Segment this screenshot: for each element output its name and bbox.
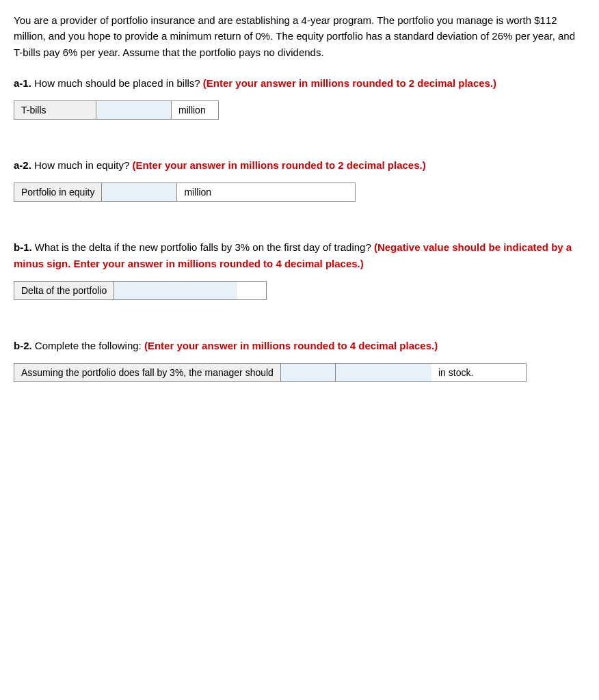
question-a2-highlight: (Enter your answer in millions rounded t… [132,159,425,171]
question-a1-bold: a-1. [14,77,31,89]
question-b2-text: Complete the following: [32,340,142,351]
a2-input[interactable] [102,183,177,201]
question-b1: b-1. What is the delta if the new portfo… [14,239,585,300]
b2-label-text: Assuming the portfolio does fall by 3%, … [21,367,274,378]
a1-label-cell: T-bills [14,101,96,119]
question-b2-bold: b-2. [14,340,32,351]
a2-label-cell: Portfolio in equity [14,183,102,201]
question-b1-text: What is the delta if the new portfolio f… [32,241,371,253]
question-a2-label: a-2. How much in equity? (Enter your ans… [14,157,585,173]
b1-label-cell: Delta of the portfolio [14,282,114,299]
b2-suffix: in stock. [431,364,480,381]
b1-label-text: Delta of the portfolio [21,285,107,296]
a1-suffix-text: million [178,105,206,116]
question-b2-highlight: (Enter your answer in millions rounded t… [144,340,438,351]
intro-paragraph: You are a provider of portfolio insuranc… [14,12,585,60]
b1-input-row: Delta of the portfolio [14,281,267,300]
question-b2: b-2. Complete the following: (Enter your… [14,338,585,382]
question-a2-bold: a-2. [14,159,31,171]
question-a1-text: How much should be placed in bills? [31,77,200,89]
a2-suffix-text: million [184,187,211,198]
question-a1-highlight: (Enter your answer in millions rounded t… [203,77,496,89]
b1-input[interactable] [114,282,237,299]
question-b2-label: b-2. Complete the following: (Enter your… [14,338,585,353]
question-a2: a-2. How much in equity? (Enter your ans… [14,157,585,202]
a1-input-row: T-bills million [14,100,219,120]
a1-input[interactable] [96,101,172,119]
a1-label-text: T-bills [21,105,46,116]
question-b1-label: b-1. What is the delta if the new portfo… [14,239,585,271]
question-a2-text: How much in equity? [31,159,129,171]
a2-label-text: Portfolio in equity [21,187,94,198]
question-b1-bold: b-1. [14,241,32,253]
question-a1-label: a-1. How much should be placed in bills?… [14,75,585,91]
b2-suffix-text: in stock. [438,367,473,378]
question-a1: a-1. How much should be placed in bills?… [14,75,585,120]
b2-input-row: Assuming the portfolio does fall by 3%, … [14,363,527,382]
a1-suffix: million [172,101,213,119]
a2-input-row: Portfolio in equity million [14,183,356,202]
b2-input-1[interactable] [281,364,336,381]
b2-input-2[interactable] [336,364,431,381]
a2-suffix: million [177,183,218,201]
b2-label-cell: Assuming the portfolio does fall by 3%, … [14,364,281,381]
